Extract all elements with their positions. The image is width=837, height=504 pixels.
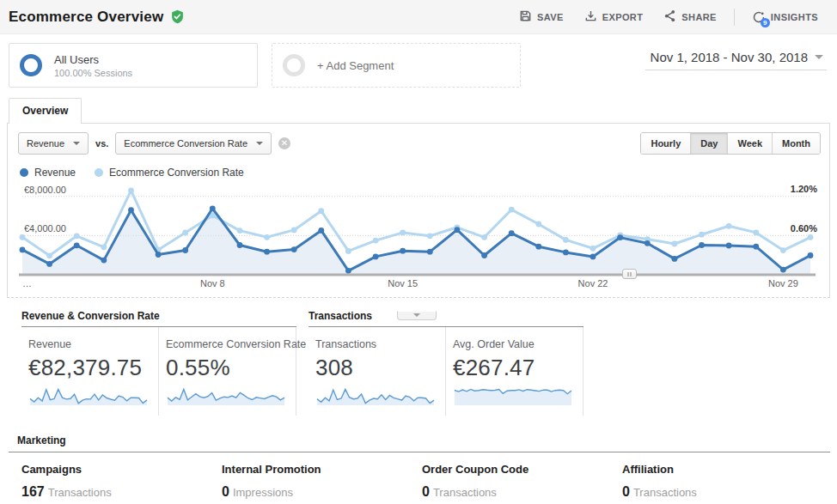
metric-row: 167Transactions — [21, 484, 222, 500]
data-point[interactable] — [128, 188, 134, 194]
data-point[interactable] — [617, 234, 623, 240]
sparkline — [166, 385, 287, 410]
data-point[interactable] — [780, 267, 786, 273]
data-point[interactable] — [264, 234, 270, 240]
metric-selector-row: Revenue vs. Ecommerce Conversion Rate ✕ … — [8, 124, 829, 160]
data-point[interactable] — [535, 222, 541, 228]
data-point[interactable] — [182, 230, 188, 236]
data-point[interactable] — [481, 234, 487, 240]
insights-button[interactable]: 9 INSIGHTS — [743, 5, 827, 29]
data-point[interactable] — [455, 227, 461, 233]
data-point[interactable] — [237, 228, 243, 234]
group-title: Revenue & Conversion Rate — [21, 310, 296, 327]
data-point[interactable] — [509, 230, 515, 236]
data-point[interactable] — [427, 233, 433, 239]
segment-all-users[interactable]: All Users 100.00% Sessions — [9, 43, 258, 88]
share-icon — [663, 9, 676, 24]
data-point[interactable] — [563, 237, 569, 243]
scorecard-ecommerce-conversion-rate[interactable]: Ecommerce Conversion Rate 0.55% — [159, 327, 296, 416]
data-point[interactable] — [128, 207, 134, 213]
insights-badge: 9 — [761, 18, 770, 27]
granularity-toggle: Hourly Day Week Month — [640, 132, 821, 155]
data-point[interactable] — [210, 205, 216, 211]
data-point[interactable] — [291, 228, 297, 234]
timeseries-chart[interactable]: €4,000.00€8,000.000.60%1.20%…Nov 8Nov 15… — [8, 180, 829, 295]
granularity-month[interactable]: Month — [772, 133, 820, 154]
data-point[interactable] — [318, 228, 324, 234]
sparkline — [453, 385, 574, 410]
x-tick-label: Nov 8 — [200, 278, 225, 288]
data-point[interactable] — [182, 247, 188, 253]
add-segment-button[interactable]: + Add Segment — [272, 43, 521, 88]
save-button[interactable]: SAVE — [510, 4, 572, 29]
verified-shield-icon — [170, 9, 185, 24]
data-point[interactable] — [156, 252, 162, 258]
data-point[interactable] — [808, 234, 814, 240]
scorecard-revenue[interactable]: Revenue €82,379.75 — [21, 327, 159, 416]
right-axis-label: 0.60% — [791, 223, 817, 234]
share-button[interactable]: SHARE — [655, 4, 725, 29]
chart-canvas[interactable]: €4,000.00€8,000.000.60%1.20%…Nov 8Nov 15… — [8, 180, 829, 292]
data-point[interactable] — [318, 208, 324, 214]
data-point[interactable] — [373, 254, 379, 260]
add-segment-label: + Add Segment — [317, 59, 394, 72]
data-point[interactable] — [74, 242, 80, 248]
data-point[interactable] — [563, 250, 569, 256]
data-point[interactable] — [509, 207, 515, 213]
data-point[interactable] — [726, 223, 732, 229]
data-point[interactable] — [101, 258, 107, 264]
granularity-hourly[interactable]: Hourly — [641, 133, 690, 154]
data-point[interactable] — [699, 242, 705, 248]
timeline-slider-handle[interactable] — [622, 269, 637, 279]
data-point[interactable] — [20, 234, 26, 240]
data-point[interactable] — [699, 232, 705, 238]
scorecard-avg-order-value[interactable]: Avg. Order Value €267.47 — [446, 327, 583, 416]
data-point[interactable] — [427, 249, 433, 255]
marketing-col-internal-promotion: Internal Promotion 0Impressions — [222, 463, 422, 504]
data-point[interactable] — [590, 254, 596, 260]
data-point[interactable] — [345, 268, 351, 274]
sparkline-canvas — [453, 385, 573, 407]
export-button[interactable]: EXPORT — [576, 4, 652, 29]
data-point[interactable] — [373, 238, 379, 244]
data-point[interactable] — [400, 248, 406, 254]
data-point[interactable] — [753, 230, 759, 236]
remove-metric-icon[interactable]: ✕ — [278, 137, 290, 149]
sparkline-canvas — [315, 385, 436, 407]
chart-legend: Revenue Ecommerce Conversion Rate — [8, 160, 829, 180]
revenue-dot-icon — [20, 168, 28, 177]
page-title: Ecommerce Overview — [9, 9, 163, 26]
data-point[interactable] — [345, 248, 351, 254]
vs-label: vs. — [95, 138, 108, 149]
data-point[interactable] — [672, 256, 678, 262]
data-point[interactable] — [645, 240, 651, 246]
secondary-metric-select[interactable]: Ecommerce Conversion Rate — [115, 132, 272, 155]
data-point[interactable] — [726, 243, 732, 249]
data-point[interactable] — [753, 244, 759, 250]
chart-collapse-handle[interactable] — [397, 311, 437, 320]
data-point[interactable] — [400, 230, 406, 236]
data-point[interactable] — [46, 261, 52, 267]
granularity-week[interactable]: Week — [727, 133, 772, 154]
data-point[interactable] — [808, 252, 814, 258]
tab-overview[interactable]: Overview — [9, 98, 82, 124]
data-point[interactable] — [264, 249, 270, 255]
data-point[interactable] — [46, 252, 52, 258]
scorecard-transactions[interactable]: Transactions 308 — [309, 327, 446, 416]
marketing-col-affiliation: Affiliation 0Transactions €0.00Revenue €… — [622, 463, 822, 504]
data-point[interactable] — [535, 244, 541, 250]
data-point[interactable] — [780, 247, 786, 253]
primary-metric-select[interactable]: Revenue — [18, 132, 89, 155]
data-point[interactable] — [291, 246, 297, 252]
data-point[interactable] — [101, 244, 107, 250]
scorecard-group-revenue: Revenue & Conversion Rate Revenue €82,37… — [21, 310, 296, 416]
data-point[interactable] — [590, 246, 596, 252]
data-point[interactable] — [237, 242, 243, 248]
data-point[interactable] — [672, 241, 678, 247]
data-point[interactable] — [481, 252, 487, 258]
data-point[interactable] — [74, 233, 80, 239]
data-point[interactable] — [20, 247, 26, 253]
granularity-day[interactable]: Day — [690, 133, 727, 154]
marketing-title: Marketing — [9, 434, 830, 452]
date-range-selector[interactable]: Nov 1, 2018 - Nov 30, 2018 — [645, 48, 827, 70]
